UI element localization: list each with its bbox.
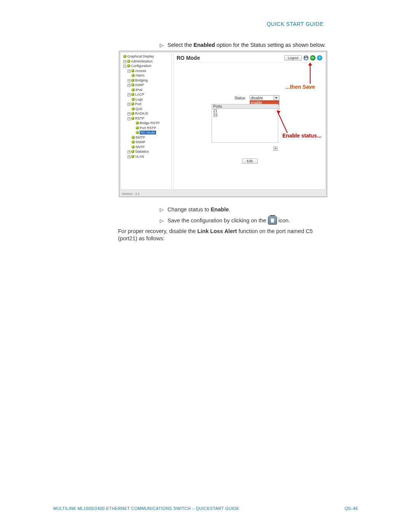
collapse-icon[interactable]: − <box>127 117 131 120</box>
footer-left: MULTILINK ML1600/2400 ETHERNET COMMUNICA… <box>53 506 239 511</box>
dropdown-value[interactable]: disable <box>250 95 279 101</box>
arrow-icon <box>132 136 135 139</box>
ports-table: Ports 21 23 <box>212 104 278 143</box>
tree-port[interactable]: +Port <box>123 102 170 107</box>
chevron-down-icon[interactable] <box>274 96 278 100</box>
screenshot-container: Graphical Display +Administration −Confi… <box>119 51 327 197</box>
page-header: QUICK START GUIDE <box>267 21 323 27</box>
arrow-icon <box>127 64 130 67</box>
panel-title: RO Mode <box>177 55 200 61</box>
arrow-icon <box>136 131 139 134</box>
tree-sntp[interactable]: SNTP <box>123 145 170 150</box>
arrow-icon <box>132 141 135 144</box>
collapse-icon[interactable]: − <box>123 65 126 68</box>
table-row <box>212 126 278 130</box>
tree-graphical-display[interactable]: Graphical Display <box>123 54 170 59</box>
tree-bridge-rstp[interactable]: Bridge RSTP <box>123 121 170 126</box>
table-row[interactable]: 23 <box>212 113 278 117</box>
save-icon[interactable]: 💾 <box>303 55 309 61</box>
tree-ipv6[interactable]: IPv6 <box>123 88 170 93</box>
para-bold: Link Loss Alert <box>197 228 237 234</box>
tree-label: SNMP <box>135 140 145 144</box>
table-row <box>212 130 278 134</box>
tree-qos[interactable]: QoS <box>123 107 170 112</box>
version-text: Version : 2.1 <box>122 192 140 196</box>
tree-label: SMTP <box>135 136 145 139</box>
tree-label: Port RSTP <box>140 126 156 130</box>
tree-label: IPv6 <box>135 88 142 92</box>
expand-icon[interactable]: + <box>127 84 131 87</box>
tree-logs[interactable]: Logs <box>123 97 170 102</box>
scroll-down-icon[interactable] <box>273 146 278 151</box>
tree-lacp[interactable]: +LACP <box>123 92 170 97</box>
logout-button[interactable]: Logout <box>284 55 302 61</box>
tree-label: RSTP <box>135 117 144 120</box>
table-row <box>212 121 278 126</box>
arrow-icon <box>132 88 135 91</box>
instr1-pre: Select the <box>167 42 194 48</box>
tree-administration[interactable]: +Administration <box>123 59 170 64</box>
tree-port-rstp[interactable]: Port RSTP <box>123 126 170 131</box>
expand-icon[interactable]: + <box>127 112 131 115</box>
arrow-icon <box>123 55 126 58</box>
arrow-icon <box>131 112 134 115</box>
expand-icon[interactable]: + <box>127 150 131 153</box>
save-icon <box>268 216 277 225</box>
instr3-post: icon. <box>279 217 290 224</box>
table-row <box>212 134 278 138</box>
tree-alarm[interactable]: Alarm <box>123 73 170 78</box>
instr2-pre: Change status to <box>167 206 211 212</box>
content-pane: RO Mode Logout 💾 ⟳ ? Status disable ena <box>173 52 326 190</box>
triangle-bullet-icon: ▷ <box>160 207 164 212</box>
instr3-pre: Save the configuration by clicking on th… <box>167 217 266 224</box>
expand-icon[interactable]: + <box>127 93 131 96</box>
help-icon[interactable]: ? <box>317 55 322 61</box>
arrow-icon <box>131 93 134 96</box>
arrow-icon <box>132 74 135 77</box>
tree-ro-mode[interactable]: RO Mode <box>123 130 170 135</box>
tree-access[interactable]: +Access <box>123 69 170 73</box>
tree-label: VLAN <box>135 155 144 158</box>
tree-configuration[interactable]: −Configuration <box>123 64 170 69</box>
arrow-icon <box>131 102 134 105</box>
expand-icon[interactable]: + <box>127 70 131 73</box>
tree-vlan[interactable]: +VLAN <box>123 154 170 159</box>
tree-label: LACP <box>135 93 144 96</box>
arrow-icon <box>131 79 134 82</box>
tree-label: Configuration <box>131 64 151 68</box>
arrow-icon <box>131 150 134 153</box>
tree-bridging[interactable]: +Bridging <box>123 78 170 83</box>
tree-label: Port <box>135 102 142 106</box>
tree-rstp[interactable]: −RSTP <box>123 116 170 121</box>
instr1-post: option for the Status setting as shown b… <box>215 42 326 48</box>
tree-label: Bridge RSTP <box>140 121 160 125</box>
expand-icon[interactable]: + <box>127 155 131 158</box>
triangle-bullet-icon: ▷ <box>160 218 164 224</box>
expand-icon[interactable]: + <box>127 79 131 82</box>
tree-igmp[interactable]: +IGMP <box>123 83 170 88</box>
arrow-icon <box>132 145 135 149</box>
table-row[interactable]: 21 <box>212 109 278 113</box>
tree-snmp[interactable]: SNMP <box>123 140 170 145</box>
arrow-icon <box>131 83 134 86</box>
instr2-bold: Enable <box>211 206 229 212</box>
tree-label: Statistics <box>135 150 149 153</box>
edit-button[interactable]: Edit <box>242 158 258 164</box>
instruction-1: ▷ Select the Enabled option for the Stat… <box>160 42 326 48</box>
nav-tree: Graphical Display +Administration −Confi… <box>120 52 172 190</box>
expand-icon[interactable]: + <box>123 60 126 63</box>
tree-label: Bridging <box>135 78 148 82</box>
arrow-icon <box>132 98 135 101</box>
tree-smtp[interactable]: SMTP <box>123 135 170 140</box>
tree-label: IGMP <box>135 83 144 87</box>
tree-label: RADIUS <box>135 112 148 115</box>
paragraph: For proper recovery, disable the Link Lo… <box>118 228 331 242</box>
arrow-icon <box>127 60 130 63</box>
expand-icon[interactable]: + <box>127 103 131 106</box>
footer-right: QS–45 <box>345 506 358 511</box>
tree-statistics[interactable]: +Statistics <box>123 149 170 154</box>
tree-radius[interactable]: +RADIUS <box>123 111 170 116</box>
annotation-arrow-save <box>310 65 311 84</box>
refresh-icon[interactable]: ⟳ <box>310 55 315 61</box>
status-label: Status <box>234 96 245 100</box>
